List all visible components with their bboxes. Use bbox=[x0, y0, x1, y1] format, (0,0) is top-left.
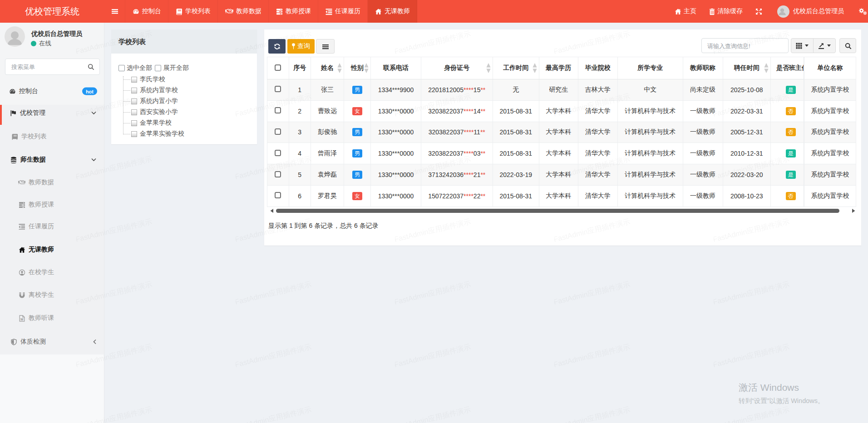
svg-text:W: W bbox=[20, 317, 24, 320]
